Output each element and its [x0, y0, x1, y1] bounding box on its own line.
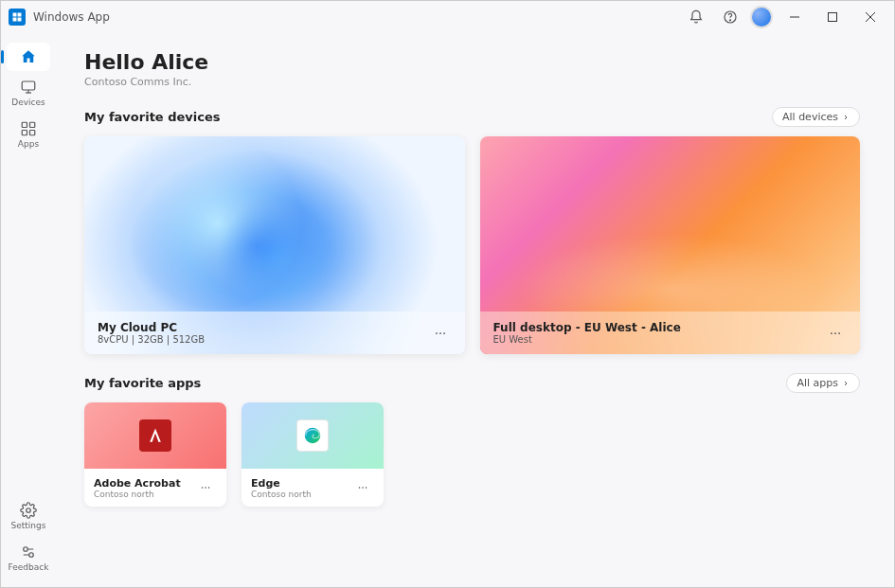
svg-rect-13 — [22, 122, 27, 127]
more-icon — [200, 482, 211, 493]
sidebar-item-apps[interactable]: Apps — [7, 115, 50, 154]
svg-point-19 — [29, 553, 34, 558]
svg-rect-2 — [13, 18, 17, 22]
more-button[interactable] — [824, 322, 847, 345]
app-logo-icon — [9, 9, 26, 26]
sidebar: Devices Apps Settings Feedback — [1, 33, 56, 587]
notifications-icon[interactable] — [682, 3, 710, 31]
app-sub: Contoso north — [251, 490, 351, 499]
home-icon — [20, 48, 37, 65]
svg-point-25 — [838, 332, 840, 334]
sidebar-item-devices[interactable]: Devices — [7, 73, 50, 113]
device-name: Full desktop - EU West - Alice — [493, 321, 825, 334]
sidebar-item-label: Apps — [18, 139, 39, 149]
svg-point-26 — [202, 487, 204, 489]
device-info: My Cloud PC 8vCPU | 32GB | 512GB — [98, 321, 429, 345]
close-button[interactable] — [854, 3, 886, 31]
help-icon[interactable] — [716, 3, 744, 31]
all-devices-label: All devices — [782, 111, 838, 123]
chevron-right-icon — [842, 380, 850, 387]
app-info: Adobe Acrobat Contoso north — [94, 477, 194, 499]
svg-rect-1 — [18, 13, 22, 17]
app-title: Windows App — [33, 10, 110, 24]
more-icon — [829, 327, 842, 340]
more-icon — [357, 482, 368, 493]
more-icon — [434, 327, 447, 340]
app-cards: Adobe Acrobat Contoso north — [84, 402, 860, 507]
sidebar-item-label: Feedback — [9, 562, 49, 572]
app-footer: Adobe Acrobat Contoso north — [84, 469, 226, 507]
app-sub: Contoso north — [94, 490, 194, 499]
favorite-devices-section: My favorite devices All devices My Cloud… — [84, 107, 860, 354]
device-footer: Full desktop - EU West - Alice EU West — [480, 312, 861, 354]
svg-rect-15 — [22, 131, 27, 135]
gear-icon — [20, 502, 37, 519]
svg-rect-14 — [30, 122, 35, 127]
device-name: My Cloud PC — [98, 321, 429, 334]
device-footer: My Cloud PC 8vCPU | 32GB | 512GB — [84, 312, 465, 354]
sidebar-item-label: Devices — [11, 98, 45, 107]
minimize-button[interactable] — [779, 3, 811, 31]
device-sub: 8vCPU | 32GB | 512GB — [98, 334, 429, 345]
svg-point-27 — [205, 487, 206, 489]
svg-point-20 — [436, 332, 438, 334]
body: Devices Apps Settings Feedback Hello Ali… — [1, 33, 894, 587]
svg-rect-10 — [22, 81, 35, 90]
app-hero — [242, 402, 384, 469]
svg-point-17 — [27, 508, 31, 513]
more-button[interactable] — [429, 322, 452, 345]
titlebar-left: Windows App — [9, 9, 110, 26]
apps-icon — [20, 120, 37, 137]
section-title: My favorite devices — [84, 110, 221, 124]
svg-rect-3 — [18, 18, 22, 22]
page-title: Hello Alice — [84, 50, 860, 74]
app-card[interactable]: Adobe Acrobat Contoso north — [84, 402, 226, 507]
sidebar-item-feedback[interactable]: Feedback — [7, 538, 50, 578]
section-head: My favorite apps All apps — [84, 373, 860, 393]
titlebar: Windows App — [1, 1, 894, 33]
svg-point-22 — [443, 332, 445, 334]
chevron-right-icon — [842, 114, 850, 121]
more-button[interactable] — [351, 476, 374, 499]
svg-rect-0 — [13, 13, 17, 17]
sidebar-item-home[interactable] — [7, 43, 50, 71]
svg-point-24 — [834, 332, 836, 334]
app-window: Windows App — [0, 0, 895, 588]
org-subtitle: Contoso Comms Inc. — [84, 76, 860, 88]
section-title: My favorite apps — [84, 376, 201, 390]
svg-rect-7 — [829, 13, 837, 22]
svg-point-23 — [831, 332, 832, 334]
device-info: Full desktop - EU West - Alice EU West — [493, 321, 825, 345]
app-name: Adobe Acrobat — [94, 477, 194, 490]
app-info: Edge Contoso north — [251, 477, 351, 499]
sidebar-item-label: Settings — [11, 521, 46, 530]
app-name: Edge — [251, 477, 351, 490]
app-hero — [84, 402, 226, 469]
feedback-icon — [20, 543, 37, 561]
all-apps-label: All apps — [797, 377, 838, 389]
all-devices-link[interactable]: All devices — [772, 107, 860, 127]
svg-point-30 — [359, 487, 361, 489]
favorite-apps-section: My favorite apps All apps — [84, 373, 860, 507]
section-head: My favorite devices All devices — [84, 107, 860, 127]
maximize-button[interactable] — [816, 3, 849, 31]
svg-rect-16 — [30, 131, 35, 135]
all-apps-link[interactable]: All apps — [786, 373, 860, 393]
svg-point-31 — [362, 487, 364, 489]
main-content: Hello Alice Contoso Comms Inc. My favori… — [56, 33, 894, 587]
svg-point-32 — [366, 487, 367, 489]
avatar[interactable] — [750, 6, 773, 28]
monitor-icon — [20, 79, 37, 96]
svg-point-5 — [729, 20, 730, 21]
app-card[interactable]: Edge Contoso north — [242, 402, 384, 507]
device-cards: My Cloud PC 8vCPU | 32GB | 512GB — [84, 136, 860, 354]
device-sub: EU West — [493, 334, 825, 345]
app-footer: Edge Contoso north — [242, 469, 384, 507]
more-button[interactable] — [194, 476, 217, 499]
svg-point-28 — [208, 487, 210, 489]
sidebar-item-settings[interactable]: Settings — [7, 496, 50, 536]
device-card[interactable]: Full desktop - EU West - Alice EU West — [480, 136, 861, 354]
svg-point-18 — [24, 547, 28, 552]
device-card[interactable]: My Cloud PC 8vCPU | 32GB | 512GB — [84, 136, 465, 354]
acrobat-icon — [139, 419, 171, 452]
